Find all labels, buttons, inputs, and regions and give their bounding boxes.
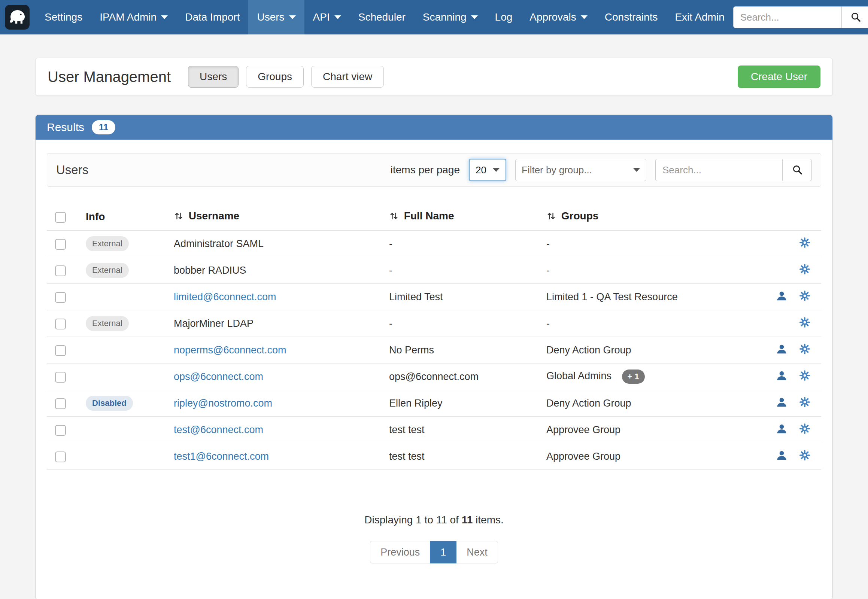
table-search-input[interactable]	[655, 159, 783, 181]
select-all-checkbox[interactable]	[55, 212, 66, 223]
groups-cell: Global Admins	[546, 370, 612, 381]
nav-item-scheduler[interactable]: Scheduler	[350, 0, 414, 35]
nav-item-label: Log	[495, 11, 512, 23]
row-checkbox[interactable]	[55, 319, 66, 330]
caret-down-icon	[289, 15, 296, 19]
app-logo[interactable]	[0, 0, 36, 35]
row-checkbox[interactable]	[55, 292, 66, 303]
tab-users[interactable]: Users	[188, 66, 238, 87]
filter-by-group-value: Filter by group...	[521, 164, 592, 176]
groups-cell: Approvee Group	[546, 424, 621, 435]
edit-user-icon[interactable]	[776, 396, 788, 408]
pagination-page-1[interactable]: 1	[430, 541, 457, 563]
nav-item-api[interactable]: API	[304, 0, 350, 35]
table-search-button[interactable]	[783, 159, 812, 181]
nav-item-label: Settings	[45, 11, 82, 23]
nav-item-label: Scheduler	[359, 11, 405, 23]
caret-down-icon	[581, 15, 588, 19]
tab-chart-view[interactable]: Chart view	[311, 66, 384, 87]
tab-groups[interactable]: Groups	[246, 66, 304, 87]
full-name-cell: No Perms	[380, 337, 537, 364]
edit-user-icon[interactable]	[776, 450, 788, 461]
extra-groups-badge: + 1	[622, 370, 645, 384]
info-badge: External	[86, 236, 129, 251]
edit-user-icon[interactable]	[776, 423, 788, 435]
navbar-right	[733, 0, 868, 35]
row-checkbox[interactable]	[55, 398, 66, 409]
results-header: Results 11	[36, 115, 832, 140]
column-header-username[interactable]: Username	[165, 203, 380, 230]
full-name-cell: -	[380, 257, 537, 284]
create-user-button[interactable]: Create User	[738, 66, 820, 88]
username-link[interactable]: test1@6connect.com	[174, 451, 269, 462]
user-management-panel: User Management UsersGroupsChart view Cr…	[35, 58, 833, 96]
nav-item-log[interactable]: Log	[487, 0, 521, 35]
results-panel: Results 11 Users items per page 20 Filte…	[35, 114, 833, 599]
groups-cell: Deny Action Group	[546, 345, 631, 356]
row-settings-icon[interactable]	[799, 343, 811, 355]
toolbar-controls: items per page 20 Filter by group...	[390, 159, 812, 181]
pagination: Previous 1 Next	[47, 541, 821, 563]
navbar-search-button[interactable]	[842, 6, 868, 28]
caret-down-icon	[471, 15, 478, 19]
column-header-full-name[interactable]: Full Name	[380, 203, 537, 230]
navbar-search-input[interactable]	[733, 6, 842, 28]
row-settings-icon[interactable]	[799, 290, 811, 302]
username-link[interactable]: test@6connect.com	[174, 424, 263, 435]
edit-user-icon[interactable]	[776, 370, 788, 381]
nav-item-exit-admin[interactable]: Exit Admin	[666, 0, 733, 35]
results-body: Users items per page 20 Filter by group.…	[36, 140, 832, 599]
table-search	[655, 159, 812, 181]
row-settings-icon[interactable]	[799, 316, 811, 328]
row-checkbox[interactable]	[55, 265, 66, 276]
username-link[interactable]: ripley@nostromo.com	[174, 397, 272, 409]
username-link[interactable]: limited@6connect.com	[174, 291, 276, 303]
page-title: User Management	[48, 69, 171, 85]
column-header-info: Info	[77, 203, 165, 230]
nav-item-label: Scanning	[423, 11, 467, 23]
full-name-cell: test test	[380, 417, 537, 443]
info-badge: External	[86, 263, 129, 278]
row-checkbox[interactable]	[55, 239, 66, 250]
nav-item-constraints[interactable]: Constraints	[596, 0, 666, 35]
column-header-groups[interactable]: Groups	[537, 203, 758, 230]
row-checkbox[interactable]	[55, 425, 66, 436]
nav-item-label: Exit Admin	[675, 11, 724, 23]
row-settings-icon[interactable]	[799, 423, 811, 435]
nav-item-data-import[interactable]: Data Import	[176, 0, 248, 35]
table-row: ops@6connect.com ops@6connect.com Global…	[47, 364, 821, 390]
nav-item-users[interactable]: Users	[248, 0, 304, 35]
table-row: External Administrator SAML - -	[47, 230, 821, 257]
top-navbar: Settings IPAM Admin Data Import Users AP…	[0, 0, 868, 35]
nav-item-scanning[interactable]: Scanning	[414, 0, 487, 35]
username-link[interactable]: ops@6connect.com	[174, 371, 263, 382]
nav-item-label: Data Import	[185, 11, 240, 23]
row-checkbox[interactable]	[55, 372, 66, 382]
sort-icon	[174, 211, 184, 224]
row-settings-icon[interactable]	[799, 236, 811, 248]
nav-item-ipam-admin[interactable]: IPAM Admin	[91, 0, 176, 35]
results-title: Results	[47, 121, 84, 134]
items-per-page-select[interactable]: 20	[469, 159, 506, 181]
table-row: External MajorMiner LDAP - -	[47, 310, 821, 337]
nav-item-label: IPAM Admin	[99, 11, 157, 23]
full-name-cell: Limited Test	[380, 284, 537, 310]
username-link[interactable]: noperms@6connect.com	[174, 345, 286, 356]
pagination-next[interactable]: Next	[457, 541, 498, 563]
row-settings-icon[interactable]	[799, 370, 811, 381]
pagination-previous[interactable]: Previous	[370, 541, 430, 563]
row-settings-icon[interactable]	[799, 449, 811, 461]
row-settings-icon[interactable]	[799, 263, 811, 275]
nav-item-approvals[interactable]: Approvals	[521, 0, 596, 35]
row-checkbox[interactable]	[55, 452, 66, 462]
filter-by-group-select[interactable]: Filter by group...	[515, 159, 646, 181]
nav-item-settings[interactable]: Settings	[36, 0, 91, 35]
full-name-cell: test test	[380, 443, 537, 470]
row-checkbox[interactable]	[55, 345, 66, 356]
edit-user-icon[interactable]	[776, 290, 788, 302]
full-name-cell: ops@6connect.com	[380, 364, 537, 390]
edit-user-icon[interactable]	[776, 343, 788, 355]
nav-item-label: Constraints	[605, 11, 658, 23]
table-row: test1@6connect.com test test Approvee Gr…	[47, 443, 821, 470]
row-settings-icon[interactable]	[799, 396, 811, 408]
